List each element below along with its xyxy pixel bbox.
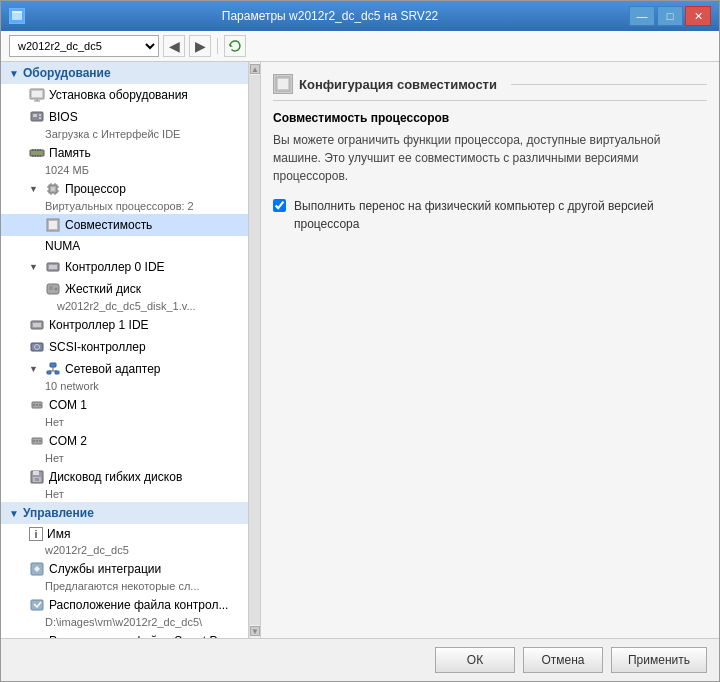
svg-rect-15 (40, 149, 42, 151)
sidebar-item-install[interactable]: Установка оборудования (1, 84, 248, 106)
network-icon (45, 361, 61, 377)
controller0-label: Контроллер 0 IDE (65, 260, 165, 274)
sidebar-item-floppy[interactable]: Дисковод гибких дисков (1, 466, 248, 488)
sidebar-item-checkpoint[interactable]: Расположение файла контрол... (1, 594, 248, 616)
scsi-label: SCSI-контроллер (49, 340, 146, 354)
hardware-section-header[interactable]: ▼ Оборудование (1, 62, 248, 84)
svg-rect-12 (32, 149, 34, 151)
sidebar-item-com1[interactable]: COM 1 (1, 394, 248, 416)
minimize-button[interactable]: — (629, 6, 655, 26)
integration-icon (29, 561, 45, 577)
svg-rect-17 (35, 155, 37, 157)
integration-label: Службы интеграции (49, 562, 161, 576)
apply-button[interactable]: Применить (611, 647, 707, 673)
sidebar-item-name[interactable]: i Имя (1, 524, 248, 544)
compat-checkbox-label[interactable]: Выполнить перенос на физический компьюте… (294, 197, 707, 233)
back-button[interactable]: ◀ (163, 35, 185, 57)
network-label: Сетевой адаптер (65, 362, 160, 376)
sidebar-item-hdd[interactable]: Жесткий диск (1, 278, 248, 300)
forward-button[interactable]: ▶ (189, 35, 211, 57)
toolbar: w2012r2_dc_dc5 ◀ ▶ (1, 31, 719, 62)
com2-icon (29, 433, 45, 449)
processor-icon (45, 181, 61, 197)
sidebar-item-smartpaging[interactable]: Расположение файла Smart P... (1, 630, 248, 638)
sidebar-scrollbar[interactable]: ▲ ▼ (249, 62, 261, 638)
processor-expand-icon: ▼ (29, 184, 41, 194)
sidebar: ▼ Оборудование Установка оборудования (1, 62, 249, 638)
main-window: Параметры w2012r2_dc_dc5 на SRV22 — □ ✕ … (0, 0, 720, 682)
checkpoint-icon (29, 597, 45, 613)
com1-sublabel: Нет (1, 416, 248, 430)
sidebar-item-scsi[interactable]: SCSI-контроллер (1, 336, 248, 358)
svg-rect-60 (31, 600, 43, 610)
svg-rect-33 (49, 265, 57, 269)
com2-sublabel: Нет (1, 452, 248, 466)
sidebar-item-com2[interactable]: COM 2 (1, 430, 248, 452)
svg-rect-2 (12, 11, 22, 13)
sidebar-item-processor[interactable]: ▼ Процессор (1, 178, 248, 200)
checkbox-row: Выполнить перенос на физический компьюте… (273, 197, 707, 233)
svg-rect-58 (35, 478, 39, 481)
window-controls: — □ ✕ (629, 6, 711, 26)
compat-checkbox[interactable] (273, 199, 286, 212)
cancel-button[interactable]: Отмена (523, 647, 603, 673)
svg-point-52 (33, 440, 35, 442)
sidebar-item-integration[interactable]: Службы интеграции (1, 558, 248, 580)
sidebar-item-memory[interactable]: Память (1, 142, 248, 164)
com1-icon (29, 397, 45, 413)
bios-sublabel: Загрузка с Интерфейс IDE (1, 128, 248, 142)
svg-rect-4 (32, 91, 42, 97)
ok-button[interactable]: ОК (435, 647, 515, 673)
memory-icon (29, 145, 45, 161)
window-title: Параметры w2012r2_dc_dc5 на SRV22 (31, 9, 629, 23)
svg-rect-16 (32, 155, 34, 157)
controller1-label: Контроллер 1 IDE (49, 318, 149, 332)
install-label: Установка оборудования (49, 88, 188, 102)
com2-label: COM 2 (49, 434, 87, 448)
floppy-sublabel: Нет (1, 488, 248, 502)
processor-label: Процессор (65, 182, 126, 196)
toolbar-divider (217, 38, 218, 54)
bios-label: BIOS (49, 110, 78, 124)
footer: ОК Отмена Применить (1, 638, 719, 681)
sidebar-item-bios[interactable]: BIOS (1, 106, 248, 128)
svg-rect-8 (33, 114, 37, 117)
memory-sublabel: 1024 МБ (1, 164, 248, 178)
svg-rect-9 (39, 114, 41, 116)
vm-selector[interactable]: w2012r2_dc_dc5 (9, 35, 159, 57)
floppy-icon (29, 469, 45, 485)
management-section-header[interactable]: ▼ Управление (1, 502, 248, 524)
svg-point-50 (39, 404, 41, 406)
svg-point-53 (36, 440, 38, 442)
memory-label: Память (49, 146, 91, 160)
panel-title-line (511, 84, 707, 85)
checkpoint-label: Расположение файла контрол... (49, 598, 228, 612)
sidebar-item-numa[interactable]: NUMA (1, 236, 248, 256)
name-icon: i (29, 527, 43, 541)
maximize-button[interactable]: □ (657, 6, 683, 26)
close-button[interactable]: ✕ (685, 6, 711, 26)
svg-rect-14 (37, 149, 39, 151)
sidebar-item-network[interactable]: ▼ Сетевой адаптер (1, 358, 248, 380)
management-section-label: Управление (23, 506, 94, 520)
name-sublabel: w2012r2_dc_dc5 (1, 544, 248, 558)
svg-rect-21 (51, 187, 55, 191)
compat-label: Совместимость (65, 218, 152, 232)
refresh-button[interactable] (224, 35, 246, 57)
sidebar-item-controller0[interactable]: ▼ Контроллер 0 IDE (1, 256, 248, 278)
window-icon (9, 8, 25, 24)
content-area: ▼ Оборудование Установка оборудования (1, 62, 719, 638)
sidebar-item-controller1[interactable]: Контроллер 1 IDE (1, 314, 248, 336)
panel-title: Конфигурация совместимости (273, 74, 707, 101)
floppy-label: Дисковод гибких дисков (49, 470, 182, 484)
hardware-expand-icon: ▼ (9, 68, 19, 79)
svg-rect-18 (37, 155, 39, 157)
network-sublabel: 10 network (1, 380, 248, 394)
network-expand-icon: ▼ (29, 364, 41, 374)
panel-title-text: Конфигурация совместимости (299, 77, 497, 92)
svg-point-35 (55, 288, 58, 291)
hdd-label: Жесткий диск (65, 282, 141, 296)
svg-rect-68 (278, 79, 288, 89)
sidebar-item-compatibility[interactable]: Совместимость (1, 214, 248, 236)
controller0-expand-icon: ▼ (29, 262, 41, 272)
